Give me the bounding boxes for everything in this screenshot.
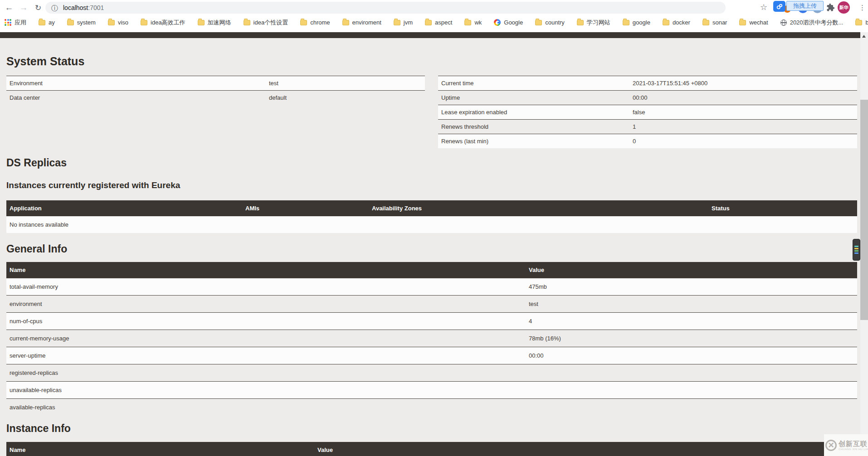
bookmark-item[interactable]: Google [494, 19, 523, 26]
table-row: current-memory-usage78mb (16%) [6, 330, 857, 347]
row-value: 00:00 [633, 94, 648, 101]
table-row: total-avail-memory475mb [6, 278, 857, 295]
bookmark-item[interactable]: jvm [394, 19, 413, 26]
floating-extension-handle[interactable] [853, 239, 860, 261]
row-value: test [269, 80, 278, 87]
reload-button[interactable]: ↻ [32, 1, 44, 14]
back-button[interactable]: ← [3, 1, 15, 14]
browser-toolbar: ← → ↻ ⓘ localhost :7001 ☆ 拖拽上传 新华 ⋮ [0, 0, 868, 15]
browser-menu-icon[interactable]: ⋮ [859, 4, 866, 12]
bookmark-item[interactable]: 加速网络 [198, 19, 231, 26]
url-host: localhost [63, 4, 88, 11]
bookmarks-bar: 应用aysystemvisoidea高效工作加速网络idea个性设置chrome… [0, 15, 868, 32]
bookmark-item[interactable]: aspect [425, 19, 452, 26]
row-value: 78mb (16%) [529, 335, 561, 342]
folder-icon [108, 20, 115, 25]
bookmark-item[interactable]: ay [39, 19, 55, 26]
bookmark-star-icon[interactable]: ☆ [760, 2, 767, 12]
bookmark-item[interactable]: wk [464, 19, 482, 26]
row-name: num-of-cpus [6, 318, 529, 325]
bookmark-label: country [545, 19, 565, 26]
bookmark-item[interactable]: wechat [739, 19, 768, 26]
bookmark-item[interactable]: enviroment [342, 19, 381, 26]
watermark-logo-icon: ✕ [825, 440, 837, 451]
folder-icon [535, 20, 542, 25]
general-info-table: Name Value total-avail-memory475mbenviro… [6, 262, 857, 416]
watermark-subtitle: CHUANG XIN HU LIAN [839, 448, 868, 451]
row-value: test [529, 301, 538, 307]
bookmark-item[interactable]: system [67, 19, 96, 26]
bookmark-item[interactable]: docker [663, 19, 690, 26]
watermark: ✕ 创新互联 CHUANG XIN HU LIAN [824, 434, 868, 456]
bookmark-label: sonar [712, 19, 727, 26]
bookmark-item[interactable]: 2020泗洪中考分数... [780, 19, 844, 26]
bookmark-item[interactable]: 学习网站 [577, 19, 610, 26]
table-row: Current time2021-03-17T15:51:45 +0800 [438, 76, 857, 90]
address-bar[interactable]: ⓘ localhost :7001 [45, 2, 726, 14]
forward-button[interactable]: → [17, 1, 30, 14]
bookmark-item[interactable]: google [623, 19, 650, 26]
folder-icon [141, 20, 147, 25]
bookmark-item[interactable]: sonar [702, 19, 727, 26]
apps-grid-icon [5, 19, 11, 26]
bookmark-item[interactable]: viso [108, 19, 128, 26]
folder-icon [739, 20, 746, 25]
bookmark-item[interactable]: country [535, 19, 565, 26]
extensions-puzzle-icon[interactable] [826, 3, 835, 12]
instances-table: Application AMIs Availability Zones Stat… [6, 200, 857, 233]
folder-icon [663, 20, 669, 25]
bookmark-apps[interactable]: 应用 [5, 19, 26, 26]
bookmark-item[interactable]: idea高效工作 [141, 19, 185, 26]
row-value: default [269, 94, 287, 101]
bookmark-item[interactable]: blog [855, 19, 868, 26]
drag-upload-tooltip: 拖拽上传 [786, 1, 824, 11]
table-row: available-replicas [6, 398, 857, 416]
table-row: server-uptime00:00 [6, 347, 857, 364]
netdisk-extension-icon[interactable] [773, 1, 785, 12]
row-name: server-uptime [6, 352, 529, 359]
no-instances-message: No instances available [6, 216, 857, 233]
url-port: :7001 [88, 4, 104, 11]
folder-icon [394, 20, 400, 25]
row-name: available-replicas [6, 404, 529, 411]
row-name: Renews threshold [438, 123, 633, 130]
instance-info-title: Instance Info [6, 422, 71, 435]
site-info-icon[interactable]: ⓘ [51, 5, 58, 11]
table-row: Data centerdefault [6, 90, 425, 105]
profile-avatar[interactable]: 新华 [838, 1, 850, 14]
bookmark-label: viso [118, 19, 128, 26]
bookmark-label: aspect [435, 19, 452, 26]
folder-icon [67, 20, 74, 25]
row-name: current-memory-usage [6, 335, 529, 342]
row-value: 475mb [529, 283, 547, 290]
scrollbar-thumb[interactable] [860, 100, 868, 320]
globe-icon [780, 19, 787, 26]
bookmark-item[interactable]: chrome [300, 19, 330, 26]
table-row: environmenttest [6, 295, 857, 312]
bookmark-label: blog [865, 19, 868, 26]
instance-info-header: Name Value [6, 442, 857, 456]
page-scrollbar[interactable] [860, 32, 868, 456]
folder-icon [623, 20, 629, 25]
row-name: environment [6, 301, 529, 307]
col-name: Name [10, 267, 25, 273]
col-availability-zones: Availability Zones [372, 205, 422, 212]
row-name: unavailable-replicas [6, 387, 529, 393]
row-value: 0 [633, 138, 636, 145]
col-value: Value [529, 267, 544, 273]
bookmark-item[interactable]: idea个性设置 [244, 19, 288, 26]
scrollbar-up-arrow-icon[interactable] [862, 35, 866, 38]
row-name: Renews (last min) [438, 138, 633, 145]
general-info-title: General Info [6, 243, 67, 255]
bookmark-label: docker [673, 19, 690, 26]
system-status-right-table: Current time2021-03-17T15:51:45 +0800Upt… [438, 76, 857, 148]
bookmark-label: ay [49, 19, 55, 26]
bookmark-label: wechat [749, 19, 768, 26]
row-name: registered-replicas [6, 369, 529, 376]
folder-icon [425, 20, 432, 25]
instances-table-header: Application AMIs Availability Zones Stat… [6, 200, 857, 216]
row-value: false [633, 109, 645, 116]
table-row: Environmenttest [6, 76, 425, 90]
folder-icon [39, 20, 45, 25]
table-row: registered-replicas [6, 364, 857, 381]
